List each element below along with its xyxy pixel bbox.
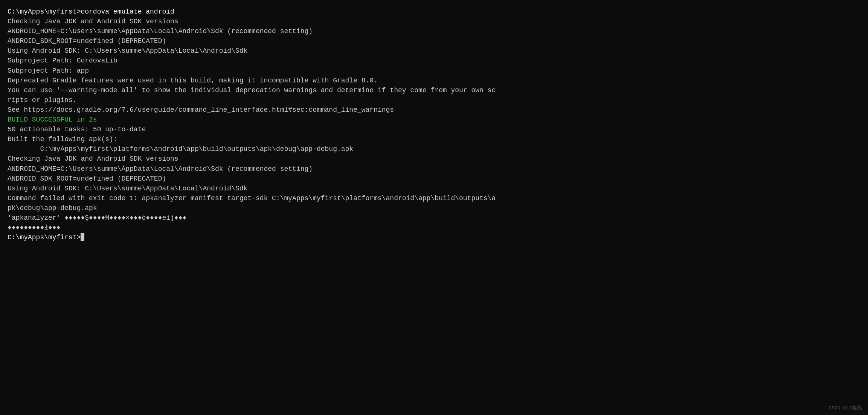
terminal-line: Built the following apk(s): xyxy=(8,134,860,144)
terminal-line: ANDROID_SDK_ROOT=undefined (DEPRECATED) xyxy=(8,36,860,46)
terminal-line: ripts or plugins. xyxy=(8,95,860,105)
terminal-line: 'apkanalyzer' ♦♦♦♦♦Ş♦♦♦♦Ħ♦♦♦♦×♦♦♦ó♦♦♦♦ei… xyxy=(8,213,860,223)
terminal-line: Deprecated Gradle features were used in … xyxy=(8,76,860,85)
terminal-line: Checking Java JDK and Android SDK versio… xyxy=(8,154,860,164)
terminal-line: C:\myApps\myfirst>cordova emulate androi… xyxy=(8,7,860,17)
terminal-window: C:\myApps\myfirst>cordova emulate androi… xyxy=(8,7,860,406)
terminal-line: Subproject Path: CordovaLib xyxy=(8,56,860,65)
terminal-line: You can use '--warning-mode all' to show… xyxy=(8,85,860,95)
terminal-line: Command failed with exit code 1: apkanal… xyxy=(8,193,860,203)
terminal-line: Subproject Path: app xyxy=(8,66,860,76)
terminal-line: 50 actionable tasks: 50 up-to-date xyxy=(8,125,860,134)
watermark: CSDN @IT险易 xyxy=(829,405,862,412)
terminal-line: C:\myApps\myfirst\platforms\android\app\… xyxy=(8,144,860,154)
terminal-line: ANDROID_HOME=C:\Users\summe\AppData\Loca… xyxy=(8,26,860,36)
terminal-line: BUILD SUCCESSFUL in 2s xyxy=(8,115,860,125)
terminal-line: ANDROID_HOME=C:\Users\summe\AppData\Loca… xyxy=(8,164,860,174)
terminal-line: C:\myApps\myfirst> xyxy=(8,233,860,242)
terminal-line: pk\debug\app-debug.apk xyxy=(8,203,860,213)
terminal-line: ANDROID_SDK_ROOT=undefined (DEPRECATED) xyxy=(8,174,860,184)
terminal-line: Checking Java JDK and Android SDK versio… xyxy=(8,17,860,26)
terminal-line: Using Android SDK: C:\Users\summe\AppDat… xyxy=(8,184,860,193)
terminal-line: See https://docs.gradle.org/7.6/userguid… xyxy=(8,105,860,115)
terminal-cursor xyxy=(81,233,84,242)
terminal-line: Using Android SDK: C:\Users\summe\AppDat… xyxy=(8,46,860,56)
terminal-line: ♦♦♦♦♦♦♦♦♦ł♦♦♦ xyxy=(8,223,860,233)
